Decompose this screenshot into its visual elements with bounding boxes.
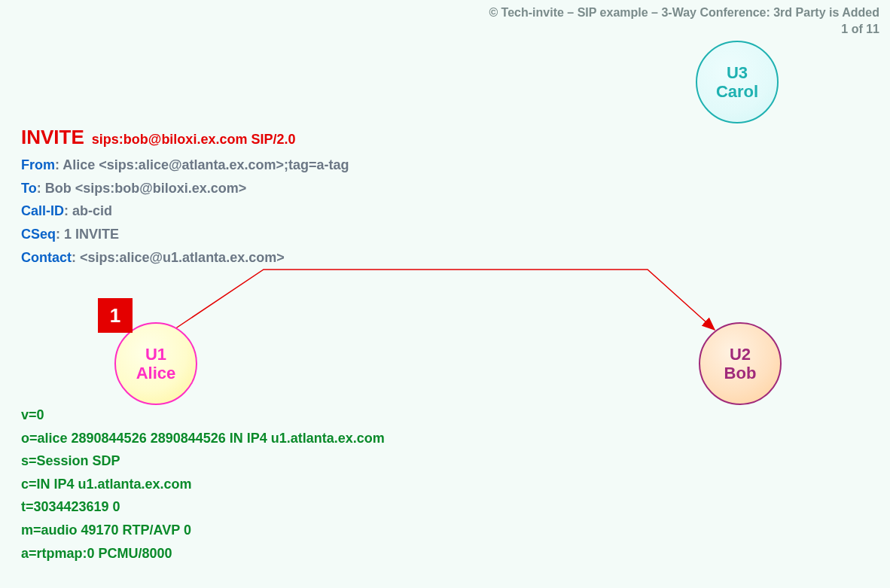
diagram-title: © Tech-invite – SIP example – 3-Way Conf… xyxy=(489,5,879,21)
sdp-line-o: o=alice 2890844526 2890844526 IN IP4 u1.… xyxy=(21,427,385,450)
sdp-line-m: m=audio 49170 RTP/AVP 0 xyxy=(21,519,385,542)
sip-header-contact: Contact: <sips:alice@u1.atlanta.ex.com> xyxy=(21,246,349,270)
sip-header-to-value: : Bob <sips:bob@biloxi.ex.com> xyxy=(37,181,247,196)
node-u2-name: Bob xyxy=(724,364,757,382)
sdp-block: v=0 o=alice 2890844526 2890844526 IN IP4… xyxy=(21,404,385,565)
sdp-line-c: c=IN IP4 u1.atlanta.ex.com xyxy=(21,473,385,496)
sip-header-to: To: Bob <sips:bob@biloxi.ex.com> xyxy=(21,177,349,200)
node-u3-id: U3 xyxy=(727,63,748,82)
sip-header-cseq-label: CSeq xyxy=(21,227,56,242)
sip-header-from: From: Alice <sips:alice@atlanta.ex.com>;… xyxy=(21,154,349,177)
sip-header-to-label: To xyxy=(21,181,37,196)
message-arrow-u1-to-u2 xyxy=(175,270,715,330)
sdp-line-s: s=Session SDP xyxy=(21,449,385,473)
node-u2-bob: U2 Bob xyxy=(699,322,782,405)
sdp-line-a: a=rtpmap:0 PCMU/8000 xyxy=(21,542,385,565)
sip-header-cseq: CSeq: 1 INVITE xyxy=(21,223,349,246)
sip-method: INVITE xyxy=(21,126,84,148)
diagram-header: © Tech-invite – SIP example – 3-Way Conf… xyxy=(489,5,879,37)
node-u1-name: Alice xyxy=(136,364,176,382)
step-number: 1 xyxy=(110,304,120,328)
sip-request-line: INVITE sips:bob@biloxi.ex.com SIP/2.0 xyxy=(21,120,349,154)
sip-request-block: INVITE sips:bob@biloxi.ex.com SIP/2.0 Fr… xyxy=(21,120,349,269)
sdp-line-v: v=0 xyxy=(21,404,385,427)
sip-header-contact-value: : <sips:alice@u1.atlanta.ex.com> xyxy=(72,250,285,265)
diagram-page-indicator: 1 of 11 xyxy=(489,21,879,38)
sip-header-from-label: From xyxy=(21,157,55,172)
sip-header-cseq-value: : 1 INVITE xyxy=(56,227,119,242)
sip-header-callid-label: Call-ID xyxy=(21,203,64,218)
step-number-badge: 1 xyxy=(98,298,133,333)
node-u3-name: Carol xyxy=(716,82,758,101)
sip-header-callid-value: : ab-cid xyxy=(64,203,112,218)
sip-request-uri: sips:bob@biloxi.ex.com SIP/2.0 xyxy=(92,132,296,147)
sip-header-from-value: : Alice <sips:alice@atlanta.ex.com>;tag=… xyxy=(55,157,349,172)
node-u1-alice: U1 Alice xyxy=(114,322,197,405)
sip-header-contact-label: Contact xyxy=(21,250,72,265)
node-u2-id: U2 xyxy=(730,345,751,364)
node-u3-carol: U3 Carol xyxy=(696,41,779,123)
node-u1-id: U1 xyxy=(145,345,166,364)
sdp-line-t: t=3034423619 0 xyxy=(21,495,385,519)
sip-header-callid: Call-ID: ab-cid xyxy=(21,200,349,223)
